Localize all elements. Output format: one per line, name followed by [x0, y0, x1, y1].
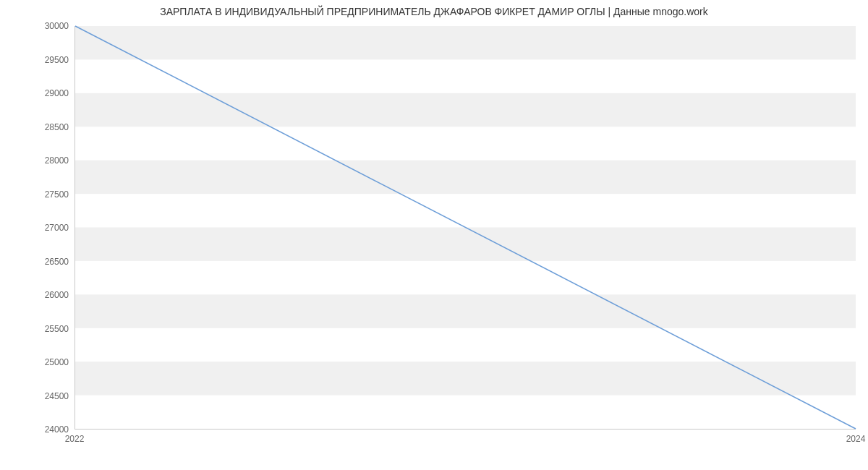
chart-container: ЗАРПЛАТА В ИНДИВИДУАЛЬНЫЙ ПРЕДПРИНИМАТЕЛ… [0, 0, 868, 470]
grid-band [75, 362, 856, 395]
y-tick-label: 25500 [45, 324, 69, 334]
x-tick-label: 2024 [846, 434, 866, 444]
y-tick-label: 27000 [45, 223, 69, 233]
grid-band [75, 161, 856, 194]
grid-band [75, 93, 856, 127]
y-tick-label: 29000 [45, 88, 69, 98]
chart-svg [75, 26, 856, 429]
y-tick-label: 24000 [45, 424, 69, 435]
chart-title: ЗАРПЛАТА В ИНДИВИДУАЛЬНЫЙ ПРЕДПРИНИМАТЕЛ… [0, 6, 868, 17]
y-tick-label: 27500 [45, 189, 69, 200]
y-tick-label: 28500 [45, 122, 69, 132]
grid-band [75, 26, 856, 59]
y-tick-label: 29500 [45, 55, 69, 65]
grid-band [75, 294, 856, 328]
y-tick-label: 28000 [45, 155, 69, 166]
x-tick-label: 2022 [65, 434, 85, 444]
plot-area [75, 26, 856, 430]
y-tick-label: 26000 [45, 290, 69, 300]
y-tick-label: 26500 [45, 257, 69, 267]
y-tick-label: 24500 [45, 391, 69, 401]
grid-band [75, 228, 856, 261]
y-tick-label: 25000 [45, 357, 69, 367]
y-tick-label: 30000 [45, 21, 69, 31]
